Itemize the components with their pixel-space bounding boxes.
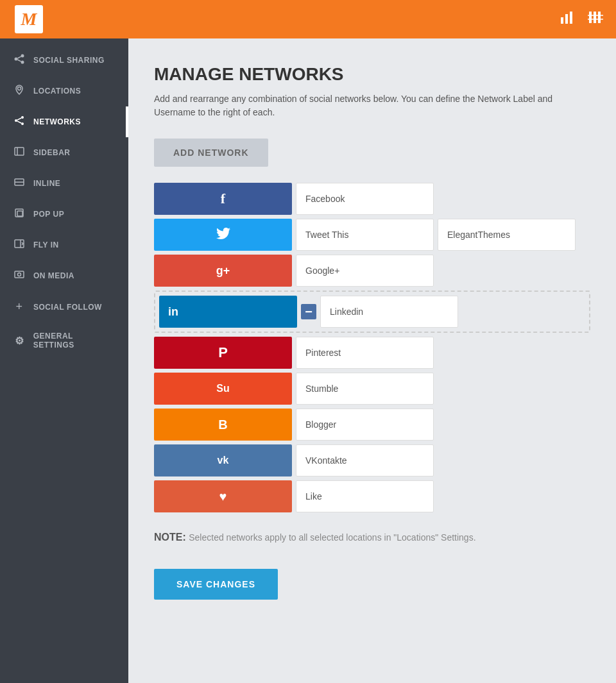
- svg-line-11: [17, 56, 21, 58]
- add-network-button[interactable]: ADD NETWORK: [154, 139, 268, 167]
- logo: M: [13, 3, 45, 35]
- network-row-pinterest: P: [154, 337, 590, 369]
- blogger-icon: B: [218, 417, 227, 432]
- sidebar-label-social-follow: Social Follow: [33, 303, 102, 312]
- svg-point-15: [15, 119, 17, 122]
- pinterest-icon: P: [218, 344, 228, 361]
- sidebar-label-general-settings: General Settings: [33, 332, 116, 350]
- stumble-network-btn[interactable]: Su: [154, 373, 292, 405]
- svg-rect-24: [17, 211, 22, 216]
- main-layout: Social Sharing Locations Networks Sideba…: [0, 38, 616, 683]
- vkontakte-label-input[interactable]: [296, 444, 434, 476]
- twitter-username-input[interactable]: [438, 219, 576, 251]
- linkedin-label-input[interactable]: [320, 296, 458, 328]
- twitter-label-input[interactable]: [296, 219, 434, 251]
- pinterest-label-input[interactable]: [296, 337, 434, 369]
- googleplus-label-input[interactable]: [296, 255, 434, 287]
- sidebar-label-social-sharing: Social Sharing: [33, 56, 105, 65]
- sidebar-item-popup[interactable]: Pop Up: [0, 199, 128, 230]
- twitter-icon: [216, 228, 230, 242]
- sidebar-label-networks: Networks: [33, 117, 81, 126]
- svg-rect-2: [570, 12, 572, 24]
- googleplus-icon: g+: [216, 264, 230, 278]
- vkontakte-network-btn[interactable]: vk: [154, 444, 292, 476]
- m-logo-icon: M: [15, 5, 43, 33]
- sidebar-icon: [13, 146, 26, 159]
- svg-rect-19: [15, 148, 24, 155]
- social-sharing-icon: [13, 54, 26, 67]
- sidebar: Social Sharing Locations Networks Sideba…: [0, 38, 128, 683]
- sidebar-label-on-media: On Media: [33, 271, 74, 280]
- svg-point-13: [18, 87, 21, 90]
- svg-rect-0: [561, 17, 563, 24]
- locations-icon: [13, 85, 26, 97]
- content-area: MANAGE NETWORKS Add and rearrange any co…: [128, 38, 616, 683]
- popup-icon: [13, 208, 26, 221]
- svg-rect-1: [565, 14, 568, 24]
- blogger-network-btn[interactable]: B: [154, 409, 292, 441]
- vkontakte-icon: vk: [218, 455, 229, 466]
- facebook-network-btn[interactable]: f: [154, 183, 292, 215]
- network-row-facebook: f: [154, 183, 590, 215]
- svg-point-9: [15, 58, 18, 61]
- svg-rect-27: [15, 271, 24, 278]
- svg-point-8: [21, 55, 24, 58]
- sidebar-item-fly-in[interactable]: Fly In: [0, 230, 128, 260]
- inline-icon: [13, 177, 26, 190]
- sidebar-label-inline: Inline: [33, 179, 60, 188]
- sidebar-label-popup: Pop Up: [33, 210, 64, 219]
- page-title: MANAGE NETWORKS: [154, 64, 590, 85]
- fly-in-icon: [13, 239, 26, 251]
- facebook-icon: f: [221, 190, 225, 207]
- like-icon: ♥: [219, 489, 227, 504]
- googleplus-network-btn[interactable]: g+: [154, 255, 292, 287]
- sidebar-item-networks[interactable]: Networks: [0, 106, 128, 137]
- network-row-linkedin: in −: [154, 291, 590, 333]
- network-row-vkontakte: vk: [154, 444, 590, 476]
- linkedin-remove-btn[interactable]: −: [301, 304, 316, 319]
- bar-chart-icon[interactable]: [560, 10, 575, 29]
- svg-point-14: [21, 116, 24, 119]
- svg-line-18: [17, 121, 21, 123]
- network-row-blogger: B: [154, 409, 590, 441]
- svg-line-17: [17, 118, 21, 120]
- network-row-like: ♥: [154, 480, 590, 512]
- pinterest-network-btn[interactable]: P: [154, 337, 292, 369]
- network-row-stumble: Su: [154, 373, 590, 405]
- sidebar-item-sidebar[interactable]: Sidebar: [0, 137, 128, 168]
- svg-point-16: [21, 122, 24, 125]
- stumble-icon: Su: [216, 383, 229, 394]
- sidebar-item-inline[interactable]: Inline: [0, 168, 128, 199]
- on-media-icon: [13, 269, 26, 282]
- page-description: Add and rearrange any combination of soc…: [154, 92, 590, 119]
- svg-rect-4: [594, 12, 596, 23]
- note-text: Selected networks apply to all selected …: [189, 532, 475, 543]
- manage-columns-icon[interactable]: [588, 10, 603, 29]
- svg-rect-5: [598, 12, 601, 23]
- networks-list: f g+: [154, 183, 590, 512]
- note-label: NOTE:: [154, 532, 186, 543]
- sidebar-item-social-follow[interactable]: + Social Follow: [0, 291, 128, 323]
- sidebar-item-on-media[interactable]: On Media: [0, 260, 128, 291]
- social-follow-icon: +: [13, 300, 26, 314]
- like-network-btn[interactable]: ♥: [154, 480, 292, 512]
- networks-icon: [13, 115, 26, 128]
- svg-point-28: [18, 273, 21, 276]
- svg-rect-3: [589, 12, 592, 23]
- stumble-label-input[interactable]: [296, 373, 434, 405]
- network-row-twitter: [154, 219, 590, 251]
- header: M: [0, 0, 616, 38]
- sidebar-item-locations[interactable]: Locations: [0, 76, 128, 106]
- general-settings-icon: ⚙: [13, 335, 26, 347]
- network-row-googleplus: g+: [154, 255, 590, 287]
- save-changes-button[interactable]: SAVE CHANGES: [154, 569, 278, 600]
- twitter-network-btn[interactable]: [154, 219, 292, 251]
- sidebar-item-social-sharing[interactable]: Social Sharing: [0, 45, 128, 76]
- note-section: NOTE: Selected networks apply to all sel…: [154, 532, 590, 543]
- sidebar-label-sidebar: Sidebar: [33, 148, 71, 157]
- linkedin-network-btn[interactable]: in: [159, 296, 297, 328]
- blogger-label-input[interactable]: [296, 409, 434, 441]
- like-label-input[interactable]: [296, 480, 434, 512]
- sidebar-item-general-settings[interactable]: ⚙ General Settings: [0, 323, 128, 358]
- facebook-label-input[interactable]: [296, 183, 434, 215]
